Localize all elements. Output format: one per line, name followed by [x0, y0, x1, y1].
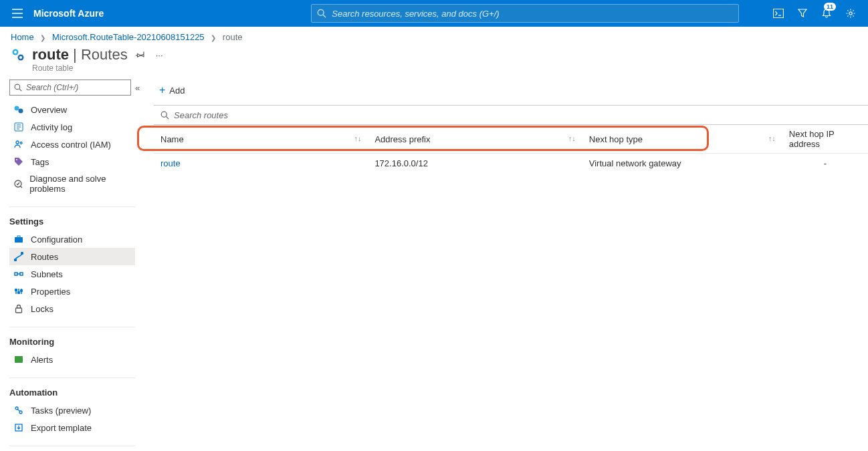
- topbar: Microsoft Azure 11: [0, 0, 868, 27]
- sidebar-item-configuration[interactable]: Configuration: [9, 231, 135, 248]
- sidebar-search[interactable]: [9, 80, 131, 96]
- cell-hop-type: Virtual network gateway: [582, 154, 782, 174]
- svg-rect-25: [17, 236, 20, 238]
- cell-hop-ip: -: [782, 154, 868, 174]
- svg-point-44: [161, 112, 167, 117]
- svg-rect-28: [15, 273, 17, 275]
- menu-toggle-icon[interactable]: [7, 9, 28, 18]
- page-title-sub: Routes: [81, 46, 128, 63]
- table-row[interactable]: route 172.16.0.0/12 Virtual network gate…: [154, 154, 868, 174]
- svg-point-21: [20, 142, 22, 144]
- collapse-sidebar-icon[interactable]: «: [135, 83, 140, 93]
- toolbar: + Add: [154, 80, 868, 101]
- breadcrumb: Home ❯ Microsoft.RouteTable-202106081512…: [0, 27, 868, 42]
- more-icon[interactable]: ···: [153, 47, 166, 63]
- diagnose-icon: [13, 178, 23, 189]
- sidebar-item-tags[interactable]: Tags: [9, 153, 135, 170]
- sidebar-item-locks[interactable]: Locks: [9, 300, 135, 317]
- column-hop-ip[interactable]: Next hop IP address: [782, 125, 868, 154]
- lock-icon: [13, 303, 24, 314]
- sidebar-item-routes[interactable]: Routes: [9, 248, 135, 265]
- svg-point-3: [318, 9, 324, 15]
- page-title-main: route: [32, 46, 69, 63]
- sidebar-search-input[interactable]: [26, 83, 126, 92]
- chevron-right-icon: ❯: [207, 34, 220, 41]
- svg-rect-29: [20, 273, 23, 275]
- add-button[interactable]: + Add: [154, 83, 190, 98]
- global-search[interactable]: [311, 4, 739, 23]
- global-search-input[interactable]: [332, 9, 733, 19]
- breadcrumb-home[interactable]: Home: [11, 32, 34, 42]
- people-icon: [13, 139, 24, 150]
- tasks-icon: [13, 405, 24, 416]
- notifications-icon[interactable]: 11: [816, 0, 837, 27]
- main-content: + Add Name↑↓ Address prefix↑↓ Next hop t…: [140, 80, 868, 451]
- chevron-right-icon: ❯: [36, 34, 49, 41]
- cell-name[interactable]: route: [154, 154, 368, 174]
- page-title: route | Routes: [32, 46, 128, 63]
- svg-line-4: [323, 15, 326, 17]
- svg-rect-37: [16, 308, 22, 313]
- subnets-icon: [13, 269, 24, 279]
- sort-icon: ↑↓: [568, 134, 576, 142]
- route-table-icon: [13, 104, 24, 115]
- sidebar-item-subnets[interactable]: Subnets: [9, 265, 135, 283]
- svg-point-26: [15, 259, 17, 261]
- route-table-icon: [11, 47, 27, 63]
- top-icons: 11: [768, 0, 861, 27]
- tag-icon: [13, 156, 24, 167]
- brand-label[interactable]: Microsoft Azure: [33, 8, 104, 19]
- search-icon: [317, 9, 326, 18]
- sidebar-item-export-template[interactable]: Export template: [9, 419, 135, 436]
- cloud-shell-icon[interactable]: [768, 0, 789, 27]
- svg-point-35: [18, 292, 20, 294]
- page-title-row: route | Routes ···: [0, 42, 868, 65]
- pin-icon[interactable]: [133, 47, 148, 63]
- alerts-icon: [13, 354, 24, 365]
- routes-icon: [13, 251, 24, 262]
- breadcrumb-routetable[interactable]: Microsoft.RouteTable-20210608151225: [52, 32, 205, 42]
- toolbox-icon: [13, 234, 24, 245]
- properties-icon: [13, 286, 24, 297]
- sidebar: « Overview Activity log Access control (…: [0, 80, 140, 451]
- sidebar-item-iam[interactable]: Access control (IAM): [9, 136, 135, 153]
- sidebar-item-overview[interactable]: Overview: [9, 101, 135, 118]
- svg-line-45: [167, 116, 169, 119]
- svg-point-36: [21, 290, 23, 292]
- svg-line-13: [19, 89, 21, 91]
- routes-table: Name↑↓ Address prefix↑↓ Next hop type↑↓ …: [154, 125, 868, 173]
- sidebar-item-alerts[interactable]: Alerts: [9, 351, 135, 368]
- log-icon: [13, 122, 24, 132]
- settings-icon[interactable]: [840, 0, 861, 27]
- svg-point-11: [19, 56, 22, 59]
- sidebar-section-settings: Settings: [9, 206, 135, 227]
- column-prefix[interactable]: Address prefix↑↓: [368, 125, 582, 154]
- svg-point-14: [15, 106, 19, 111]
- column-hop-type[interactable]: Next hop type↑↓: [582, 125, 782, 154]
- directory-filter-icon[interactable]: [792, 0, 813, 27]
- routes-search-input[interactable]: [174, 110, 861, 120]
- sidebar-section-automation: Automation: [9, 378, 135, 398]
- svg-point-20: [16, 141, 19, 144]
- svg-point-10: [14, 51, 17, 53]
- column-name[interactable]: Name↑↓: [154, 125, 368, 154]
- routes-search[interactable]: [154, 105, 868, 125]
- svg-point-27: [21, 253, 23, 255]
- export-icon: [13, 422, 24, 433]
- svg-rect-5: [774, 9, 784, 18]
- svg-point-34: [15, 289, 17, 291]
- svg-point-15: [19, 109, 23, 114]
- sidebar-item-properties[interactable]: Properties: [9, 283, 135, 300]
- page-subtitle: Route table: [0, 63, 868, 73]
- svg-point-12: [15, 84, 20, 90]
- sidebar-item-diagnose[interactable]: Diagnose and solve problems: [9, 170, 135, 197]
- svg-line-41: [18, 410, 20, 412]
- svg-point-40: [19, 411, 22, 414]
- sidebar-item-tasks[interactable]: Tasks (preview): [9, 402, 135, 419]
- sidebar-section-support: Support + troubleshooting: [9, 446, 135, 451]
- sort-icon: ↑↓: [768, 134, 776, 142]
- notifications-badge: 11: [824, 3, 836, 11]
- cell-prefix: 172.16.0.0/12: [368, 154, 582, 174]
- sidebar-item-activity-log[interactable]: Activity log: [9, 118, 135, 136]
- svg-point-7: [849, 12, 852, 15]
